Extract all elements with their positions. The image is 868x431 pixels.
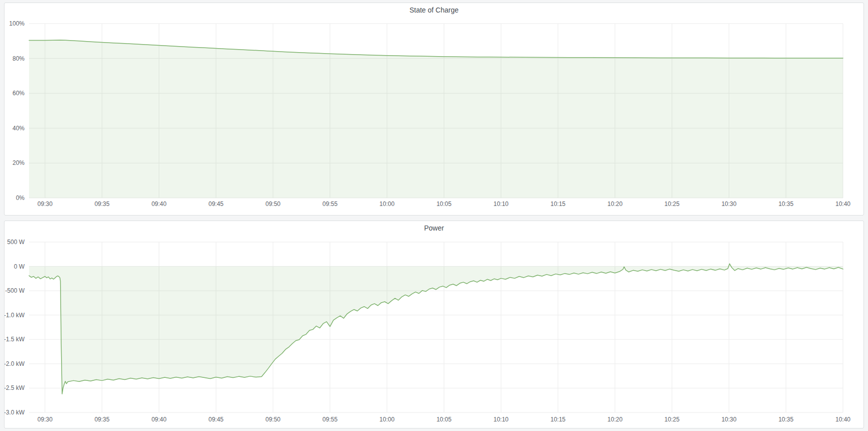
x-tick-label: 10:25 (665, 416, 680, 423)
x-tick-label: 09:30 (38, 200, 53, 207)
panel-title-state-of-charge[interactable]: State of Charge (5, 6, 863, 14)
y-tick-label: 40% (13, 125, 25, 132)
x-tick-label: 10:35 (778, 200, 793, 207)
y-tick-label: -1.5 kW (5, 336, 25, 343)
x-tick-label: 10:35 (778, 416, 793, 423)
x-tick-label: 09:50 (265, 416, 280, 423)
y-tick-label: 0% (16, 194, 25, 201)
x-tick-label: 09:55 (323, 200, 338, 207)
x-tick-label: 10:40 (835, 416, 850, 423)
x-tick-label: 09:45 (208, 416, 223, 423)
x-tick-label: 09:40 (151, 416, 166, 423)
x-tick-label: 10:15 (550, 416, 565, 423)
series-area-fill (29, 264, 843, 394)
x-tick-label: 09:35 (95, 200, 110, 207)
power-chart-canvas[interactable]: 09:3009:3509:4009:4509:5009:5510:0010:05… (5, 221, 863, 428)
state-of-charge-chart-canvas[interactable]: 09:3009:3509:4009:4509:5009:5510:0010:05… (5, 3, 863, 215)
y-tick-label: -3.0 kW (5, 409, 25, 416)
x-tick-label: 10:10 (493, 200, 508, 207)
y-tick-label: 20% (13, 159, 25, 166)
x-tick-label: 10:15 (550, 200, 565, 207)
x-tick-label: 10:00 (380, 416, 395, 423)
x-tick-label: 09:55 (323, 416, 338, 423)
panel-state-of-charge: State of Charge 09:3009:3509:4009:4509:5… (4, 3, 864, 216)
x-tick-label: 10:40 (835, 200, 850, 207)
x-tick-label: 10:00 (380, 200, 395, 207)
x-tick-label: 09:35 (95, 416, 110, 423)
x-tick-label: 10:10 (493, 416, 508, 423)
x-tick-label: 10:20 (608, 416, 623, 423)
x-tick-label: 10:05 (436, 416, 451, 423)
y-tick-label: -1.0 kW (5, 312, 25, 319)
y-tick-label: -2.0 kW (5, 360, 25, 367)
y-tick-label: 80% (13, 55, 25, 62)
series-area-fill (29, 40, 843, 198)
panel-title-power[interactable]: Power (5, 224, 863, 232)
y-tick-label: 0 W (14, 263, 25, 270)
x-tick-label: 10:05 (436, 200, 451, 207)
x-tick-label: 10:25 (665, 200, 680, 207)
x-tick-label: 09:40 (151, 200, 166, 207)
x-tick-label: 09:45 (208, 200, 223, 207)
x-tick-label: 10:30 (721, 200, 736, 207)
y-tick-label: 500 W (7, 239, 25, 246)
y-tick-label: -500 W (5, 287, 25, 294)
y-tick-label: 60% (13, 90, 25, 97)
panel-power: Power 09:3009:3509:4009:4509:5009:5510:0… (4, 221, 864, 428)
y-tick-label: 100% (9, 20, 25, 27)
y-tick-label: -2.5 kW (5, 384, 25, 391)
x-tick-label: 10:30 (721, 416, 736, 423)
x-tick-label: 09:30 (38, 416, 53, 423)
x-tick-label: 09:50 (265, 200, 280, 207)
x-tick-label: 10:20 (608, 200, 623, 207)
